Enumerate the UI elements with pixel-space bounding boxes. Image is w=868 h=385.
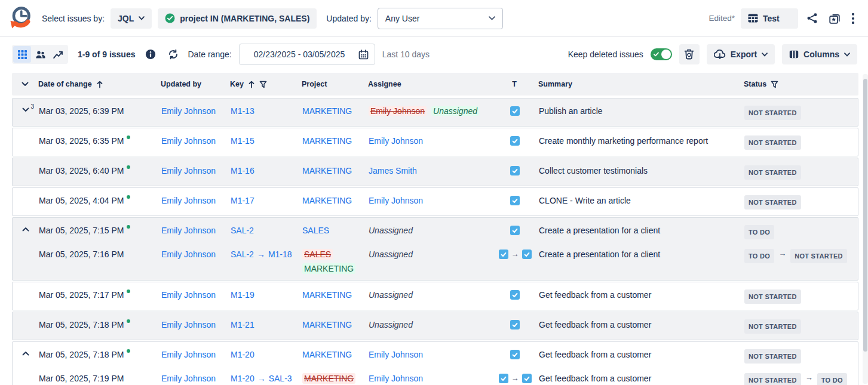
date-range-input[interactable]: 02/23/2025 - 03/05/2025 [239, 44, 375, 65]
issue-key-link[interactable]: M1-18 [268, 250, 292, 259]
column-header-status[interactable]: Status [744, 80, 858, 88]
updated-by-link[interactable]: Emily Johnson [161, 290, 216, 300]
share-button[interactable] [804, 10, 820, 26]
project-link[interactable]: MARKETING [302, 350, 352, 359]
status-cell: NOT STARTED [744, 106, 858, 120]
status-cell: NOT STARTED [744, 319, 858, 334]
table-body: 3Mar 03, 2025, 6:39 PMEmily JohnsonM1-13… [12, 98, 858, 385]
assignee-link[interactable]: Emily Johnson [369, 374, 423, 383]
assignee-link[interactable]: Emily Johnson [369, 136, 423, 146]
row-expand-cell [13, 349, 39, 356]
assignee-unassigned: Unassigned [369, 320, 413, 329]
issue-key-link[interactable]: M1-13 [231, 106, 254, 116]
assignee-unassigned: Unassigned [369, 250, 413, 259]
expand-group-chevron-icon[interactable] [22, 107, 29, 112]
export-button[interactable]: Export [707, 44, 775, 64]
sort-ascending-icon[interactable] [96, 81, 103, 88]
export-cloud-download-icon [714, 50, 726, 59]
date-of-change-cell: Mar 05, 2025, 4:04 PM [39, 195, 161, 206]
updated-by-link[interactable]: Emily Johnson [161, 196, 216, 205]
jql-query-chip[interactable]: project IN (MARKETING, SALES) [158, 8, 317, 29]
keep-deleted-label: Keep deleted issues [568, 50, 643, 59]
updated-by-select[interactable]: Any User [378, 8, 503, 29]
project-link[interactable]: MARKETING [302, 136, 352, 146]
status-badge: NOT STARTED [744, 319, 801, 334]
project-link[interactable]: SALES [302, 226, 329, 235]
grid-view-button[interactable] [13, 46, 31, 63]
summary-cell: Get feedback from a customer [533, 349, 744, 360]
task-type-icon [510, 196, 520, 205]
updated-by-link[interactable]: Emily Johnson [161, 374, 216, 383]
column-header-date[interactable]: Date of change [38, 80, 161, 88]
assignee-cell: Unassigned [369, 225, 497, 236]
updated-by-link[interactable]: Emily Johnson [161, 136, 216, 146]
deleted-issues-trash-button[interactable] [679, 44, 700, 64]
sort-ascending-icon[interactable] [248, 81, 255, 88]
toggle-knob [661, 50, 671, 59]
issue-key-link[interactable]: SAL-3 [269, 374, 292, 383]
issue-key-link[interactable]: M1-19 [231, 290, 254, 300]
collapse-group-chevron-icon[interactable] [22, 227, 29, 232]
change-date: Mar 05, 2025, 4:04 PM [39, 196, 124, 205]
updated-by-link[interactable]: Emily Johnson [161, 106, 216, 116]
column-header-type[interactable]: T [496, 80, 532, 88]
updated-by-link[interactable]: Emily Johnson [161, 250, 216, 259]
change-entry: 3Mar 03, 2025, 6:39 PMEmily JohnsonM1-13… [13, 98, 858, 126]
export-label: Export [731, 50, 757, 59]
issue-key-link[interactable]: M1-16 [231, 166, 254, 175]
new-change-dot-icon [127, 225, 130, 229]
info-icon[interactable] [143, 47, 158, 62]
users-view-button[interactable] [31, 46, 49, 63]
toggle-check-icon [654, 52, 659, 57]
column-header-summary[interactable]: Summary [532, 80, 744, 88]
issue-key-link[interactable]: M1-15 [231, 136, 254, 146]
updated-by-link[interactable]: Emily Johnson [161, 226, 216, 235]
expand-all-chevron-icon[interactable] [22, 82, 29, 87]
collapse-group-chevron-icon[interactable] [22, 351, 29, 356]
project-link[interactable]: MARKETING [302, 166, 352, 175]
calendar-icon[interactable] [358, 50, 369, 60]
chart-view-button[interactable] [49, 46, 67, 63]
project-link[interactable]: MARKETING [302, 196, 352, 205]
history-table: Date of change Updated by Key Project [12, 73, 858, 385]
filter-icon[interactable] [259, 81, 267, 88]
issue-key-link[interactable]: M1-20 [231, 350, 254, 359]
project-link[interactable]: MARKETING [302, 320, 352, 329]
column-label: Key [230, 80, 244, 88]
vertical-scrollbar[interactable] [863, 74, 868, 384]
updated-by-link[interactable]: Emily Johnson [161, 166, 216, 175]
scrollbar-thumb[interactable] [863, 79, 867, 352]
column-header-key[interactable]: Key [230, 80, 302, 88]
column-header-updated-by[interactable]: Updated by [161, 80, 230, 88]
keep-deleted-toggle[interactable] [651, 48, 672, 60]
project-link[interactable]: MARKETING [302, 106, 352, 116]
filter-icon[interactable] [771, 81, 778, 88]
columns-button[interactable]: Columns [782, 44, 857, 64]
updated-by-link[interactable]: Emily Johnson [161, 320, 216, 329]
summary-cell: Create monthly marketing performance rep… [533, 135, 744, 146]
issue-change-row-group: Mar 03, 2025, 6:35 PMEmily JohnsonM1-15M… [12, 128, 858, 156]
column-header-project[interactable]: Project [302, 80, 368, 88]
jql-mode-dropdown[interactable]: JQL [111, 8, 152, 29]
more-menu-button[interactable] [849, 10, 857, 27]
issue-key-link[interactable]: SAL-2 [231, 226, 254, 235]
project-link[interactable]: MARKETING [302, 290, 352, 300]
issue-key-link[interactable]: SAL-2 [231, 250, 254, 259]
assignee-link[interactable]: Emily Johnson [369, 350, 423, 359]
saved-reports-button[interactable] [826, 10, 843, 27]
assignee-link[interactable]: James Smith [369, 166, 417, 175]
issue-key-link[interactable]: M1-20 [231, 374, 254, 383]
updated-by-link[interactable]: Emily Johnson [161, 350, 216, 359]
summary-text: Get feedback from a customer [539, 290, 651, 300]
column-label: Project [302, 80, 327, 88]
project-cell: MARKETING [302, 289, 369, 300]
report-name-button[interactable]: Test [741, 8, 798, 29]
date-range-hint: Last 10 days [382, 50, 430, 59]
status-badge: NOT STARTED [744, 373, 801, 385]
issue-key-link[interactable]: M1-17 [231, 196, 254, 205]
refresh-button[interactable] [165, 47, 181, 62]
column-header-assignee[interactable]: Assignee [368, 80, 496, 88]
issue-key-link[interactable]: M1-21 [231, 320, 254, 329]
column-label: T [512, 80, 517, 88]
assignee-link[interactable]: Emily Johnson [369, 196, 423, 205]
